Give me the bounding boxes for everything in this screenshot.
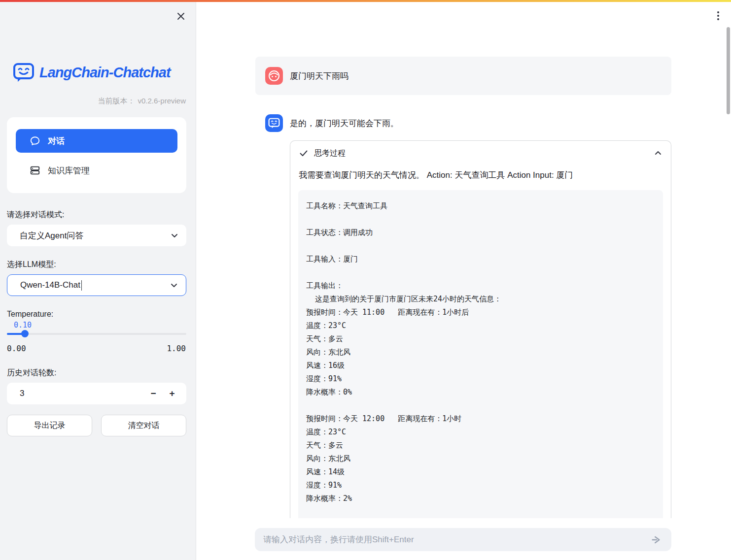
- user-message-text: 厦门明天下雨吗: [290, 57, 348, 95]
- user-message: 厦门明天下雨吗: [255, 57, 671, 95]
- agent-thought-text: 我需要查询厦门明天的天气情况。 Action: 天气查询工具 Action In…: [290, 165, 671, 182]
- chat-input-footer: [197, 518, 731, 560]
- dialog-mode-select[interactable]: 自定义Agent问答: [7, 225, 186, 246]
- sidebar-item-dialogue[interactable]: 对话: [16, 129, 177, 153]
- chat-bubble-icon: [30, 135, 40, 146]
- scrollbar-thumb[interactable]: [727, 27, 730, 114]
- close-icon: [176, 12, 185, 21]
- temperature-slider[interactable]: [7, 333, 186, 335]
- send-button[interactable]: [648, 531, 664, 548]
- sidebar-item-label: 知识库管理: [48, 165, 90, 176]
- temperature-min: 0.00: [7, 344, 26, 353]
- thinking-process-expander: 思考过程 我需要查询厦门明天的天气情况。 Action: 天气查询工具 Acti…: [290, 140, 671, 518]
- dialog-mode-label: 请选择对话模式:: [7, 210, 64, 220]
- tool-status-block: 工具名称：天气查询工具 工具状态：调用成功 工具输入：厦门 工具输出： 这是查询…: [298, 190, 663, 518]
- sidebar: LangChain-Chatchat 当前版本： v0.2.6-preview …: [0, 0, 196, 560]
- database-icon: [30, 165, 40, 176]
- sidebar-item-label: 对话: [48, 135, 65, 147]
- app-title: LangChain-Chatchat: [39, 65, 171, 81]
- user-face-icon: [268, 69, 280, 82]
- llm-model-label: 选择LLM模型:: [7, 260, 56, 270]
- history-rounds-value: 3: [20, 389, 144, 398]
- history-rounds-label: 历史对话轮数:: [7, 368, 56, 378]
- llm-model-select[interactable]: Qwen-14B-Chat: [7, 274, 186, 296]
- temperature-max: 1.00: [167, 344, 186, 353]
- version-label: 当前版本：: [98, 97, 135, 106]
- send-icon: [651, 534, 661, 545]
- check-icon: [299, 149, 308, 158]
- version-value: v0.2.6-preview: [138, 97, 186, 106]
- chevron-up-icon: [654, 149, 662, 157]
- chevron-down-icon: [171, 231, 178, 239]
- chevron-down-icon: [170, 281, 178, 289]
- temperature-label: Temperature:: [7, 310, 53, 319]
- text-cursor: [81, 280, 82, 291]
- nav-card: 对话 知识库管理: [7, 117, 186, 193]
- increment-button[interactable]: +: [163, 383, 181, 404]
- logo-chat-bubble-icon: [13, 62, 35, 83]
- assistant-chatbot-icon: [268, 117, 280, 129]
- clear-dialogue-button[interactable]: 清空对话: [101, 415, 186, 436]
- assistant-message-text: 是的，厦门明天可能会下雨。: [290, 118, 399, 129]
- user-avatar: [265, 67, 283, 85]
- sidebar-item-knowledge-base[interactable]: 知识库管理: [16, 160, 177, 181]
- dialog-mode-value: 自定义Agent问答: [20, 230, 83, 241]
- export-history-button[interactable]: 导出记录: [7, 415, 92, 436]
- chat-input-container: [255, 528, 671, 551]
- temperature-value: 0.10: [14, 321, 32, 329]
- version-info: 当前版本： v0.2.6-preview: [98, 97, 186, 106]
- history-rounds-input[interactable]: 3 − +: [7, 383, 186, 404]
- expander-header[interactable]: 思考过程: [290, 141, 671, 165]
- main-menu-button[interactable]: [712, 9, 725, 23]
- app-logo: LangChain-Chatchat: [13, 62, 171, 83]
- assistant-avatar: [265, 114, 283, 132]
- kebab-menu-icon: [714, 10, 723, 21]
- slider-handle[interactable]: [21, 330, 29, 337]
- llm-model-value: Qwen-14B-Chat: [20, 280, 80, 290]
- decrement-button[interactable]: −: [144, 383, 163, 404]
- expander-title: 思考过程: [314, 148, 346, 159]
- sidebar-close-button[interactable]: [174, 10, 187, 23]
- top-decoration-bar: [0, 0, 731, 2]
- chat-input[interactable]: [263, 535, 648, 545]
